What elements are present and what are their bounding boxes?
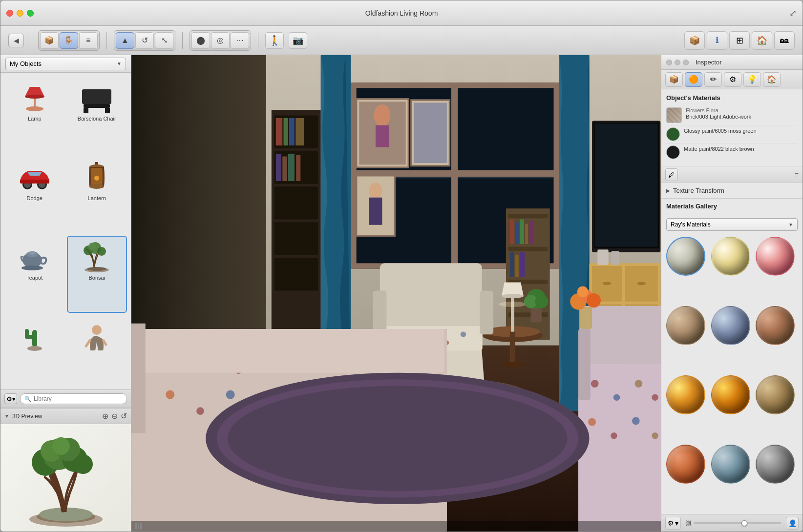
maximize-button[interactable] [27, 10, 34, 17]
material-ball-7[interactable] [666, 375, 705, 414]
object-item-dodge[interactable]: Dodge [4, 156, 65, 234]
inspector-maximize-button[interactable] [683, 60, 689, 65]
slider-thumb[interactable] [741, 520, 747, 526]
inspector-tab-materials[interactable]: 🟠 [685, 72, 702, 87]
interior-button[interactable]: 🏠 [752, 31, 772, 50]
preview-canvas [0, 424, 131, 532]
expand-icon[interactable]: ⤢ [789, 8, 797, 19]
material-info-black: Matte paint/8022 black brown [684, 145, 798, 152]
resize-tool-button[interactable]: ⤡ [155, 32, 173, 49]
list-view-button[interactable]: ≡ [79, 32, 98, 49]
window-title: Oldfashion Living Room [365, 9, 438, 17]
inspector-slider[interactable] [694, 522, 781, 524]
search-settings-button[interactable]: ⚙▾ [4, 393, 17, 404]
objects-library-button[interactable]: 📦 [40, 32, 59, 49]
material-ball-5[interactable] [711, 306, 750, 345]
viewport[interactable] [131, 55, 661, 532]
wire-view-button[interactable]: ◎ [211, 32, 230, 49]
material-name-brick: Brick/003 Light Adobe-work [686, 113, 798, 120]
object-item-lamp[interactable]: Lamp [4, 77, 65, 154]
solid-view-button[interactable]: ⬤ [191, 32, 210, 49]
floor-plan-button[interactable]: ⊞ [729, 31, 750, 50]
material-ball-2[interactable] [711, 237, 750, 276]
toolbar-group-view: ⬤ ◎ ⋯ [190, 30, 251, 51]
material-ball-6[interactable] [756, 306, 795, 345]
preview-header[interactable]: ▼ 3D Preview ⊕ ⊖ ↺ [0, 409, 131, 424]
materials-button[interactable]: 📦 [684, 31, 705, 50]
svg-rect-101 [508, 214, 548, 218]
reset-view-icon[interactable]: ↺ [121, 411, 127, 421]
material-swatch-brick [666, 107, 682, 123]
menu-lines-button[interactable]: ≡ [795, 171, 799, 179]
material-ball-8[interactable] [711, 375, 750, 414]
material-item-matte[interactable]: Matte paint/8022 black brown [666, 143, 798, 161]
back-button[interactable]: ◀ [8, 34, 24, 47]
material-category-label: Flowers Flora [686, 107, 798, 113]
search-input[interactable] [34, 395, 123, 402]
camera-button[interactable]: 📷 [289, 32, 307, 49]
material-swatch-black [666, 145, 680, 159]
object-item-lantern[interactable]: Lantern [67, 156, 127, 234]
svg-rect-108 [525, 224, 528, 245]
info-button[interactable]: ℹ [707, 31, 727, 50]
status-dot-1 [135, 523, 137, 530]
eyedropper-button[interactable]: 🖊 [665, 168, 678, 181]
inspector-tab-settings[interactable]: ⚙ [724, 72, 741, 87]
material-item-flowers-flora[interactable]: Flowers Flora Brick/003 Light Adobe-work [666, 105, 798, 125]
material-action-bar: 🖊 ≡ [661, 166, 803, 183]
svg-rect-175 [578, 329, 591, 400]
material-ball-3[interactable] [756, 237, 795, 276]
svg-point-20 [21, 266, 43, 270]
svg-rect-6 [84, 108, 88, 113]
material-ball-11[interactable] [711, 445, 750, 484]
toolbar: ◀ 📦 🪑 ≡ ▲ ↺ ⤡ ⬤ ◎ ⋯ 🚶 📷 📦 ℹ ⊞ 🏠 🏘 [0, 26, 803, 55]
point-view-button[interactable]: ⋯ [231, 32, 249, 49]
svg-rect-60 [296, 155, 300, 181]
material-ball-1[interactable] [666, 237, 705, 276]
zoom-in-icon[interactable]: ⊕ [102, 411, 108, 421]
inspector-minimize-button[interactable] [675, 60, 680, 65]
svg-rect-110 [510, 252, 514, 277]
furniture-button[interactable]: 🪑 [60, 32, 78, 49]
lamp-thumbnail [15, 81, 54, 115]
svg-rect-98 [597, 249, 608, 265]
inspector-tab-objects[interactable]: 📦 [665, 72, 683, 87]
inspector-close-button[interactable] [666, 60, 672, 65]
right-panel-wrapper: Inspector 📦 🟠 ✏ ⚙ 💡 🏠 Object's Materials [661, 55, 803, 532]
minimize-button[interactable] [17, 10, 23, 17]
rotate-tool-button[interactable]: ↺ [135, 32, 154, 49]
material-ball-10[interactable] [666, 445, 705, 484]
svg-rect-88 [595, 123, 658, 246]
svg-rect-67 [458, 85, 556, 173]
texture-transform-header[interactable]: ▶ Texture Transform [666, 187, 798, 194]
material-ball-12[interactable] [756, 445, 795, 484]
inspector-tab-edit[interactable]: ✏ [704, 72, 722, 87]
zoom-out-icon[interactable]: ⊖ [111, 411, 118, 421]
status-dot-3 [140, 523, 142, 530]
objects-dropdown-bar: My Objects ▼ [0, 55, 131, 73]
inspector-titlebar: Inspector [661, 55, 803, 70]
object-item-teapot[interactable]: Teapot [4, 236, 65, 313]
separator-2 [106, 32, 107, 49]
walk-mode-button[interactable]: 🚶 [265, 32, 284, 49]
gallery-dropdown[interactable]: Ray's Materials ▼ [666, 218, 798, 231]
object-item-bonsai[interactable]: Bonsai [67, 236, 127, 313]
inspector-settings-button[interactable]: ⚙ ▾ [665, 517, 681, 530]
object-item-cactus[interactable] [4, 315, 65, 386]
objects-dropdown[interactable]: My Objects ▼ [5, 58, 126, 70]
svg-point-183 [577, 286, 588, 297]
material-ball-9[interactable] [756, 375, 795, 414]
material-ball-4[interactable] [666, 306, 705, 345]
object-item-chair[interactable]: Barselona Chair [67, 77, 127, 154]
svg-rect-99 [611, 251, 619, 265]
settings-dropdown-icon: ▾ [675, 519, 678, 527]
material-item-glossy[interactable]: Glossy paint/6005 moss green [666, 125, 798, 143]
exterior-button[interactable]: 🏘 [774, 31, 795, 50]
select-tool-button[interactable]: ▲ [116, 32, 134, 49]
inspector-tab-scene[interactable]: 🏠 [763, 72, 781, 87]
inspector-tab-lighting[interactable]: 💡 [743, 72, 761, 87]
svg-rect-102 [508, 247, 548, 251]
close-button[interactable] [6, 10, 13, 17]
object-item-person[interactable] [67, 315, 127, 386]
inspector-person-button[interactable]: 👤 [786, 517, 799, 530]
